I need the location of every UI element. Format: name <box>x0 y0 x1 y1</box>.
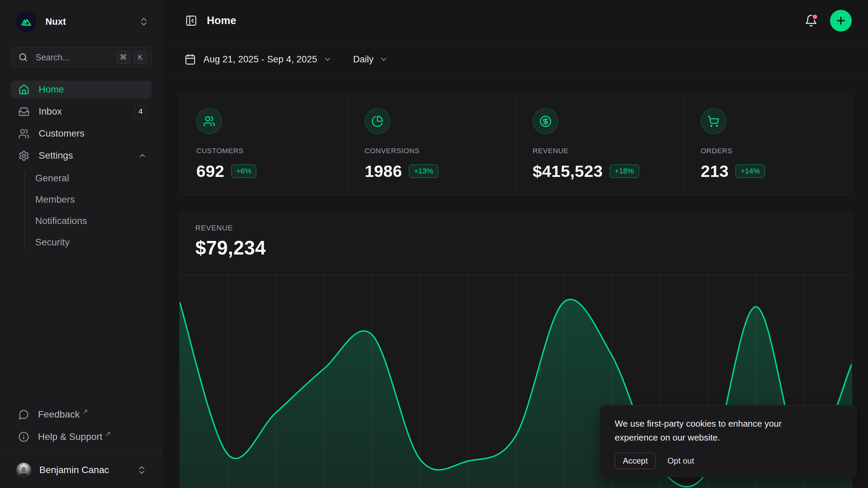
gear-icon <box>18 150 29 161</box>
help-support-label: Help & Support <box>38 431 102 442</box>
chevron-down-icon <box>379 55 388 64</box>
inbox-unread-badge: 4 <box>134 105 147 118</box>
sidebar-item-settings[interactable]: Settings <box>11 147 152 164</box>
revenue-chart-label: REVENUE <box>195 224 852 232</box>
granularity-select[interactable]: Daily <box>353 54 388 65</box>
users-icon <box>203 115 215 127</box>
search-input[interactable]: Search... ⌘ K <box>11 47 152 68</box>
stat-value: 692 <box>196 162 224 181</box>
house-icon <box>18 84 29 95</box>
app-root: Nuxt Search... ⌘ K Home Inbox 4 <box>0 0 868 488</box>
info-circle-icon <box>18 431 29 442</box>
search-placeholder: Search... <box>36 53 70 62</box>
sidebar-collapse-button[interactable] <box>184 14 198 27</box>
stat-delta-badge: +18% <box>610 164 639 178</box>
sidebar-item-label: Customers <box>39 128 84 139</box>
plus-icon <box>835 15 847 26</box>
granularity-value: Daily <box>353 54 373 65</box>
stat-label: REVENUE <box>533 147 674 155</box>
stat-customers[interactable]: CUSTOMERS 692 +6% <box>180 93 348 195</box>
workspace-switcher[interactable]: Nuxt <box>11 11 152 33</box>
sidebar-item-home[interactable]: Home <box>11 81 152 98</box>
revenue-chart-value: $79,234 <box>195 237 852 259</box>
calendar-icon <box>184 54 196 65</box>
stat-label: ORDERS <box>701 147 842 155</box>
avatar <box>16 463 31 477</box>
cookie-message: We use first-party cookies to enhance yo… <box>615 417 825 445</box>
stat-conversions[interactable]: CONVERSIONS 1986 +13% <box>348 93 516 195</box>
circle-dollar-icon <box>539 115 552 127</box>
sidebar-item-members[interactable]: Members <box>24 191 152 208</box>
optout-cookies-button[interactable]: Opt out <box>667 456 694 466</box>
sidebar-item-security[interactable]: Security <box>24 233 152 251</box>
sidebar-item-label: Settings <box>39 150 73 161</box>
notification-dot <box>812 14 818 20</box>
stat-value: 1986 <box>365 162 402 181</box>
message-circle-icon <box>18 409 29 420</box>
sidebar-footer: Feedback ↗ Help & Support ↗ Benjamin Can… <box>11 406 152 483</box>
external-link-icon: ↗ <box>82 407 88 415</box>
stat-revenue[interactable]: REVENUE $415,523 +18% <box>516 93 684 195</box>
external-link-icon: ↗ <box>105 430 111 438</box>
panel-left-close-icon <box>185 15 197 27</box>
page-title: Home <box>207 15 236 27</box>
inbox-icon <box>18 106 29 117</box>
feedback-link[interactable]: Feedback ↗ <box>11 406 152 423</box>
stat-value: 213 <box>701 162 729 181</box>
header-actions <box>804 10 852 32</box>
stat-value: $415,523 <box>533 162 603 181</box>
user-name: Benjamin Canac <box>39 465 109 475</box>
date-range-value: Aug 21, 2025 - Sep 4, 2025 <box>203 54 317 65</box>
cookie-banner: We use first-party cookies to enhance yo… <box>599 405 856 477</box>
stat-delta-badge: +14% <box>735 164 765 178</box>
workspace-name: Nuxt <box>45 17 66 27</box>
sidebar: Nuxt Search... ⌘ K Home Inbox 4 <box>0 0 163 488</box>
stat-delta-badge: +13% <box>409 164 438 178</box>
sidebar-nav: Home Inbox 4 Customers Settings General <box>11 81 152 251</box>
chevron-up-down-icon <box>137 464 147 476</box>
kbd-meta-key: ⌘ <box>116 51 130 64</box>
sidebar-item-label: Inbox <box>39 106 62 117</box>
stat-label: CONVERSIONS <box>365 147 506 155</box>
sidebar-item-label: Home <box>39 84 64 95</box>
help-support-link[interactable]: Help & Support ↗ <box>11 428 152 446</box>
stat-delta-badge: +6% <box>231 164 257 178</box>
shopping-cart-icon <box>707 115 719 127</box>
date-range-picker[interactable]: Aug 21, 2025 - Sep 4, 2025 <box>184 54 332 65</box>
user-menu-button[interactable]: Benjamin Canac <box>11 459 152 481</box>
chevron-down-icon <box>323 55 332 64</box>
sidebar-item-customers[interactable]: Customers <box>11 125 152 142</box>
stat-orders[interactable]: ORDERS 213 +14% <box>684 93 852 195</box>
kbd-k-key: K <box>134 51 147 64</box>
chevron-up-down-icon <box>139 16 149 27</box>
feedback-label: Feedback <box>38 409 80 420</box>
sidebar-item-notifications[interactable]: Notifications <box>24 212 152 229</box>
settings-subnav: General Members Notifications Security <box>11 169 152 251</box>
sidebar-item-general[interactable]: General <box>24 169 152 187</box>
nuxt-logo-icon <box>16 11 37 32</box>
page-header: Home <box>163 0 868 42</box>
stat-label: CUSTOMERS <box>196 147 338 155</box>
sidebar-user-section: Benjamin Canac <box>0 453 162 481</box>
filters-toolbar: Aug 21, 2025 - Sep 4, 2025 Daily <box>163 42 868 77</box>
users-icon <box>18 128 29 139</box>
notifications-button[interactable] <box>804 13 818 28</box>
search-icon <box>18 52 28 62</box>
stats-card-row: CUSTOMERS 692 +6% CONVERSIONS 1986 +13% <box>179 93 852 195</box>
chevron-up-icon <box>138 151 147 160</box>
sidebar-item-inbox[interactable]: Inbox 4 <box>11 103 152 120</box>
add-button[interactable] <box>830 10 852 32</box>
chart-pie-icon <box>371 115 383 127</box>
accept-cookies-button[interactable]: Accept <box>615 453 656 469</box>
